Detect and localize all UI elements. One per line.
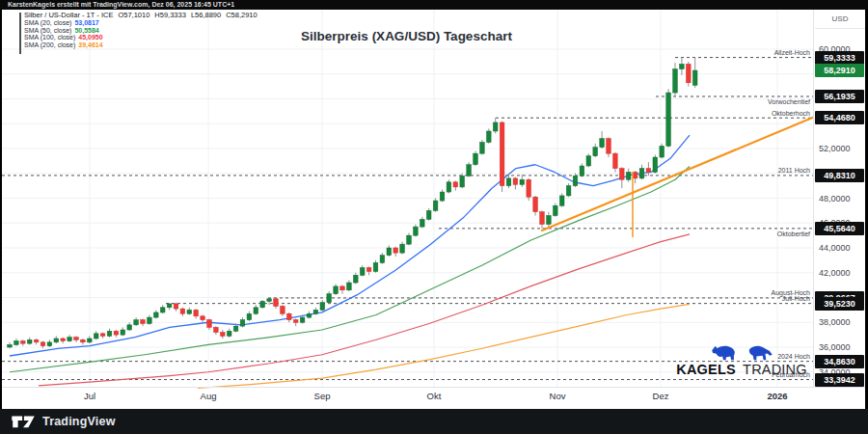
price-level-badge: 34,8630 — [815, 355, 864, 368]
bear-icon — [746, 342, 774, 362]
watermark-trading: TRADING — [743, 362, 807, 377]
x-axis-tick: Dez — [653, 391, 669, 401]
tradingview-chart-window: KarstenKagels erstellt mit TradingView.c… — [0, 0, 868, 434]
level-annotation: 2011 Hoch — [778, 167, 810, 174]
price-axis-currency: USD — [815, 10, 865, 29]
x-axis-tick: 2026 — [767, 391, 787, 401]
bull-icon — [709, 342, 738, 362]
y-axis-tick: 52,0000 — [819, 144, 851, 153]
ohlc-open: O57,1010 — [118, 11, 149, 19]
y-axis-tick: 36,0000 — [819, 342, 851, 352]
level-annotation: Juli-Hoch — [782, 295, 810, 302]
x-axis-tick: Nov — [550, 391, 566, 401]
footer-bar: TradingView — [0, 409, 868, 434]
x-axis-tick: Jul — [84, 391, 95, 401]
y-axis-tick: 48,0000 — [819, 194, 851, 203]
y-axis-tick: 42,0000 — [819, 268, 851, 278]
current-price-badge: 58,2910 — [815, 64, 864, 77]
price-level-badge: 49,8310 — [815, 169, 864, 182]
price-axis-border — [813, 10, 814, 387]
x-axis-tick: Aug — [201, 391, 217, 401]
ohlc-high: H59,3333 — [154, 11, 186, 19]
sma-value: 53,0817 — [74, 19, 98, 26]
level-annotation: Allzeit-Hoch — [774, 49, 810, 56]
price-level-badge: 45,5640 — [815, 222, 864, 235]
sma-legend-row[interactable]: SMA (20, close)53,0817 — [24, 19, 262, 27]
sma-label: SMA (20, close) — [24, 19, 71, 26]
price-level-badge: 59,3333 — [815, 51, 864, 65]
watermark-kagels: KAGELS — [676, 362, 736, 377]
chart-title: Silberpreis (XAG/USD) Tageschart — [0, 29, 813, 43]
tradingview-brand-text[interactable]: TradingView — [42, 415, 116, 428]
level-annotation: Oktobertief — [777, 231, 810, 237]
price-level-badge: 56,1935 — [815, 90, 864, 103]
symbol-ohlc-row[interactable]: Silber / US-Dollar - 1T - ICEO57,1010H59… — [24, 12, 262, 19]
currency-label: USD — [832, 14, 849, 23]
watermark-icons — [673, 342, 810, 362]
price-level-badge: 39,5230 — [815, 297, 864, 311]
x-axis-tick: Okt — [427, 391, 442, 401]
ohlc-low: L56,8890 — [191, 11, 221, 19]
y-axis-tick: 38,0000 — [819, 317, 851, 327]
level-annotation: Vorwochentief — [768, 98, 810, 105]
tradingview-logo-icon[interactable] — [10, 413, 37, 430]
price-level-badge: 33,3942 — [815, 373, 864, 387]
symbol-description: Silber / US-Dollar - 1T - ICE — [24, 11, 113, 19]
price-level-badge: 54,4680 — [815, 111, 864, 124]
time-axis-border — [2, 387, 865, 388]
watermark-wordmark: KAGELS TRADING — [673, 362, 810, 377]
level-annotation: Oktoberhoch — [772, 110, 810, 117]
ohlc-close: C58,2910 — [226, 11, 258, 19]
y-axis-tick: 44,0000 — [819, 243, 851, 253]
kagels-trading-watermark: KAGELS TRADING — [673, 342, 810, 377]
x-axis-tick: Sep — [314, 391, 331, 401]
